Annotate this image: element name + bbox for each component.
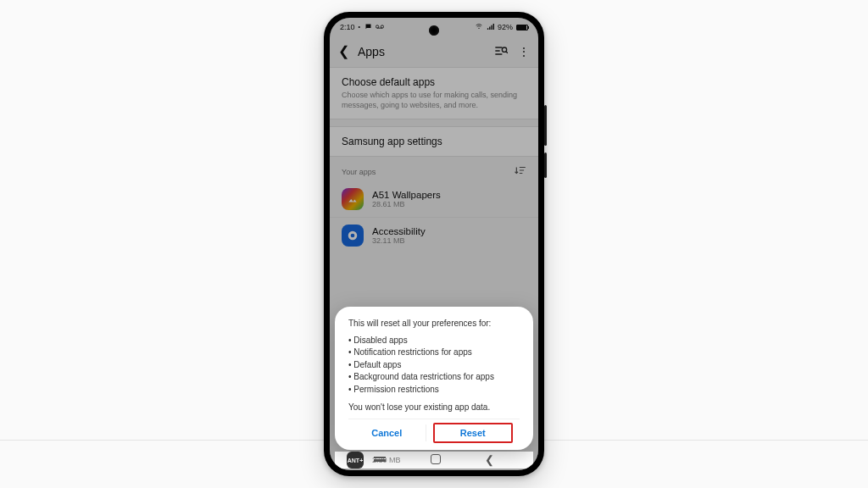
reset-button[interactable]: Reset bbox=[433, 423, 514, 443]
dialog-trail: You won't lose your existing app data. bbox=[348, 402, 520, 412]
screen: 2:10 • 92% ❮ bbox=[330, 18, 538, 470]
dialog-lead: This will reset all your preferences for… bbox=[348, 319, 520, 328]
dialog-item: Disabled apps bbox=[348, 335, 520, 347]
dialog-actions: Cancel Reset bbox=[348, 419, 520, 445]
dialog-item: Notification restrictions for apps bbox=[348, 347, 520, 359]
divider bbox=[426, 424, 426, 441]
phone-frame: 2:10 • 92% ❮ bbox=[324, 12, 544, 476]
nav-bar: ❮ bbox=[330, 452, 538, 467]
home-button[interactable] bbox=[431, 454, 441, 464]
back-button[interactable]: ❮ bbox=[485, 453, 494, 466]
dialog-item: Permission restrictions bbox=[348, 384, 520, 396]
dialog-item: Default apps bbox=[348, 359, 520, 372]
power-button bbox=[544, 152, 547, 178]
front-camera bbox=[429, 25, 439, 36]
recents-button[interactable] bbox=[374, 457, 386, 462]
cancel-button[interactable]: Cancel bbox=[348, 421, 426, 445]
volume-button bbox=[544, 105, 547, 146]
dialog-list: Disabled apps Notification restrictions … bbox=[348, 335, 520, 396]
reset-preferences-dialog: This will reset all your preferences for… bbox=[335, 307, 533, 451]
dialog-item: Background data restrictions for apps bbox=[348, 371, 520, 384]
